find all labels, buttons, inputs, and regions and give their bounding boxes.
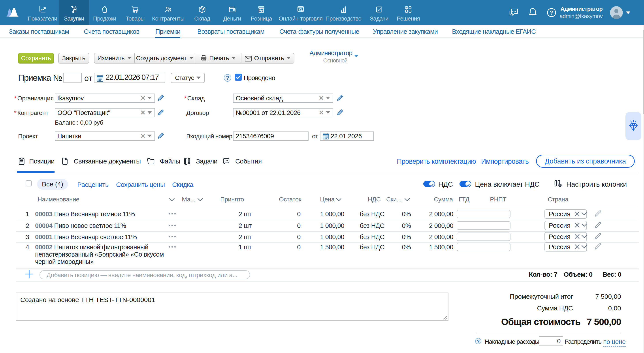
- svg-text:?: ?: [550, 10, 553, 16]
